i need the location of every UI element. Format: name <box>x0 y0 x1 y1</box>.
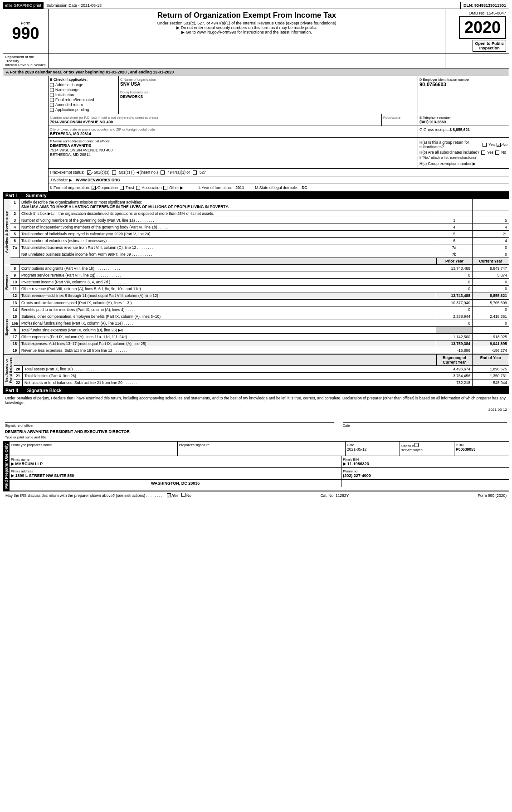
line7a-val: 7a <box>436 244 473 251</box>
dept-instructions <box>49 54 445 68</box>
date-line[interactable] <box>343 413 507 423</box>
line19-row: 19 Revenue less expenses. Subtract line … <box>10 347 509 354</box>
efile-label: efile GRAPHIC print <box>3 2 43 9</box>
line21-eoy: 1,350,731 <box>473 373 509 379</box>
ein-value: 90-0756603 <box>419 82 507 87</box>
initial-return-checkbox[interactable] <box>50 93 54 97</box>
line14-row: 14 Benefits paid to or for members (Part… <box>10 306 509 313</box>
501c3-checkbox[interactable]: ✓ <box>87 170 91 175</box>
paid-row4: WASHINGTON, DC 20036 <box>10 480 509 487</box>
right-content: B Check if applicable: Address change Na… <box>49 76 509 192</box>
paid-section: Paid Preparer Use Only Print/Type prepar… <box>3 442 509 491</box>
principal-street: 7514 WISCONSIN AVENUE NO 400 <box>50 148 416 152</box>
amended-return-checkbox[interactable] <box>50 103 54 107</box>
line22-text: Net assets or fund balances. Subtract li… <box>23 379 436 386</box>
hb-no-checkbox[interactable] <box>495 151 499 155</box>
final-return-checkbox[interactable] <box>50 98 54 102</box>
other-checkbox[interactable] <box>163 186 167 190</box>
association-checkbox[interactable] <box>136 186 140 190</box>
b-label: B Check if applicable: <box>50 78 117 82</box>
ptin-label: PTIN <box>456 443 507 447</box>
ha-yes-checkbox[interactable] <box>483 143 487 147</box>
line16a-row: 16a Professional fundraising fees (Part … <box>10 320 509 327</box>
dept-name: Department of the Treasury Internal Reve… <box>3 54 49 68</box>
preparer-name-field[interactable] <box>11 447 176 454</box>
line19-num: 19 <box>10 347 20 354</box>
preparer-sig-field[interactable] <box>179 447 344 454</box>
self-employed-checkbox[interactable] <box>414 443 419 447</box>
part2-header: Part II Signature Block <box>3 387 509 394</box>
dept-right <box>445 54 509 68</box>
part1-header: Part I Summary <box>3 192 509 199</box>
footer-yes-checkbox[interactable]: ✓ <box>167 493 171 497</box>
firm-addr-value: ▶ 1899 L STREET NW SUITE 850 <box>11 473 340 478</box>
signature-line[interactable] <box>5 413 334 423</box>
f-label: F Name and address of principal officer: <box>50 139 416 143</box>
eoy-header: End of Year <box>473 355 509 365</box>
line1-row: 1 Briefly describe the organization's mi… <box>10 199 509 210</box>
initial-return-check: Initial return <box>50 92 117 97</box>
application-pending-checkbox[interactable] <box>50 108 54 112</box>
501c-other-checkbox[interactable] <box>112 170 116 175</box>
firm-ein-col: Firm's EIN ▶ 11-1986323 <box>341 456 509 467</box>
website-url[interactable]: WWW.DEVWORKS.ORG <box>76 178 120 182</box>
line1-value: SNV USA AIMS TO MAKE A LASTING DIFFERENC… <box>21 204 229 209</box>
line15-cur: 2,418,361 <box>473 313 509 320</box>
line2-val2-spacer <box>473 210 509 217</box>
ha-no-checkbox[interactable]: ✓ <box>497 143 501 147</box>
firm-addr-col: Firm's address ▶ 1899 L STREET NW SUITE … <box>10 468 341 479</box>
section-d: D Employer identification number 90-0756… <box>418 76 509 114</box>
header-spacer <box>10 258 436 264</box>
paid-row1: Print/Type preparer's name Preparer's si… <box>10 442 509 456</box>
line16a-prior: 0 <box>436 320 473 326</box>
line11-num: 11 <box>10 286 20 292</box>
revenue-header-row: Prior Year Current Year <box>10 258 509 265</box>
address-change-checkbox[interactable] <box>50 83 54 87</box>
footer-no-checkbox[interactable] <box>181 493 185 497</box>
footer-cat: Cat. No. 11282Y <box>320 493 349 498</box>
footer-yes-label: Yes <box>172 493 178 498</box>
corporation-checkbox[interactable]: ✓ <box>92 186 96 190</box>
4947-checkbox[interactable] <box>161 170 165 175</box>
m-label: M State of legal domicile: <box>255 185 298 190</box>
department-row: Department of the Treasury Internal Reve… <box>3 54 509 68</box>
ha-row: H(a) Is this a group return for subordin… <box>419 140 507 149</box>
gross-label: G Gross receipts $ <box>419 127 452 132</box>
4947-label: 4947(a)(1) or <box>167 170 190 175</box>
corporation-label: Corporation <box>98 185 117 190</box>
trust-checkbox[interactable] <box>120 186 124 190</box>
line3-row: 3 Number of voting members of the govern… <box>10 217 509 224</box>
line11-row: 11 Other revenue (Part VIII, column (A),… <box>10 286 509 292</box>
527-checkbox[interactable] <box>193 170 197 175</box>
main-body: B Check if applicable: Address change Na… <box>3 76 509 192</box>
line15-text: Salaries, other compensation, employee b… <box>20 313 436 320</box>
h-col: H(a) Is this a group return for subordin… <box>418 138 509 168</box>
line10-text: Investment income (Part VIII, columns 3,… <box>20 279 436 285</box>
room-col: Room/suite <box>382 114 418 126</box>
omb-number: OMB No. 1545-0047 <box>468 11 506 15</box>
line13-num: 13 <box>10 300 20 306</box>
section-c: C Name of organization SNV USA Doing bus… <box>119 76 418 114</box>
hb-yes-checkbox[interactable] <box>481 151 485 155</box>
line22-num: 22 <box>14 379 23 386</box>
firm-city-value: WASHINGTON, DC 20036 <box>11 481 340 486</box>
trust-label: Trust <box>126 185 134 190</box>
sig-left: 2021-05-12 Signature of officer Date DEM… <box>5 408 507 439</box>
line18-row: 18 Total expenses. Add lines 13–17 (must… <box>10 340 509 347</box>
line16b-prior-shaded <box>436 327 473 333</box>
line2-text: Check this box ▶☐ if the organization di… <box>20 210 436 217</box>
line2-val-spacer <box>436 210 473 217</box>
preparer-date-field: 2021-05-12 <box>347 447 398 454</box>
line1-val2-spacer <box>473 199 509 210</box>
firm-ein-value: ▶ 11-1986323 <box>343 462 507 466</box>
line17-row: 17 Other expenses (Part IX, column (A), … <box>10 334 509 340</box>
city-value: BETHESDA, MD 20814 <box>50 131 416 136</box>
line8-prior: 13,743,488 <box>436 265 473 272</box>
name-change-checkbox[interactable] <box>50 88 54 92</box>
line7b-num <box>10 251 20 258</box>
firm-name-value: ▶ MARCUM LLP <box>11 462 340 466</box>
line15-num: 15 <box>10 313 20 320</box>
line20-row: 20 Total assets (Part X, line 16) . . . … <box>14 366 509 373</box>
firm-name-col: Firm's name ▶ MARCUM LLP <box>10 456 341 467</box>
sig-field: Signature of officer <box>5 413 334 428</box>
